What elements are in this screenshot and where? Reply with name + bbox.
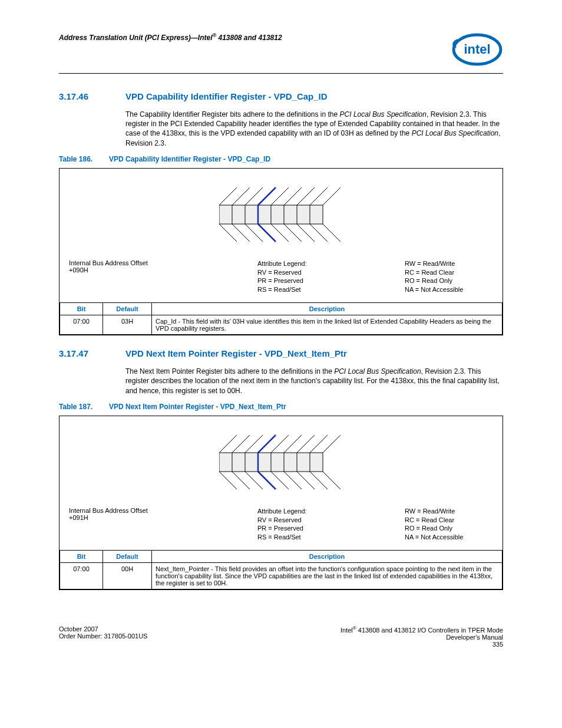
attribute-legend-left: Attribute Legend: RV = Reserved PR = Pre… xyxy=(257,259,334,294)
cell-description: Cap_Id - This field with its' 03H value … xyxy=(152,315,503,335)
svg-line-41 xyxy=(310,472,328,489)
svg-line-14 xyxy=(310,187,328,205)
footer-left: October 2007 Order Number: 317805-001US xyxy=(59,625,147,648)
table-caption-187: Table 187.VPD Next Item Pointer Register… xyxy=(59,403,503,411)
footer-right: Intel® 413808 and 413812 I/O Controllers… xyxy=(340,625,503,648)
section-title: VPD Next Item Pointer Register - VPD_Nex… xyxy=(125,348,347,358)
col-default: Default xyxy=(103,303,152,315)
running-header-suffix: 413808 and 413812 xyxy=(216,34,282,42)
intel-logo: intel xyxy=(451,32,503,68)
offset-info: Internal Bus Address Offset +090H xyxy=(69,259,187,294)
legend-row-1: Internal Bus Address Offset +090H Attrib… xyxy=(69,259,493,294)
col-default: Default xyxy=(103,551,152,563)
col-description: Description xyxy=(152,551,503,563)
cell-bit: 07:00 xyxy=(60,563,103,589)
table-caption-186: Table 186.VPD Capability Identifier Regi… xyxy=(59,155,503,163)
section-heading-2: 3.17.47 VPD Next Item Pointer Register -… xyxy=(59,348,503,358)
svg-line-16 xyxy=(323,187,340,205)
svg-line-15 xyxy=(310,224,328,242)
svg-line-42 xyxy=(323,435,340,453)
attribute-legend-left: Attribute Legend: RV = Reserved PR = Pre… xyxy=(257,507,334,542)
cell-default: 03H xyxy=(103,315,152,335)
register-diagram-1 xyxy=(69,183,493,248)
cell-default: 00H xyxy=(103,563,152,589)
register-box-186: Internal Bus Address Offset +090H Attrib… xyxy=(59,168,503,335)
svg-line-39 xyxy=(297,472,315,489)
cell-description: Next_Item_Pointer - This field provides … xyxy=(152,563,503,589)
svg-line-17 xyxy=(323,224,340,242)
section-title: VPD Capability Identifier Register - VPD… xyxy=(125,91,328,101)
col-description: Description xyxy=(152,303,503,315)
legend-row-2: Internal Bus Address Offset +091H Attrib… xyxy=(69,507,493,542)
section1-paragraph: The Capability Identifier Register bits … xyxy=(125,110,503,148)
svg-line-18 xyxy=(258,187,276,205)
table-header-row: Bit Default Description xyxy=(60,551,503,563)
section-number: 3.17.46 xyxy=(59,91,109,101)
svg-line-31 xyxy=(232,472,250,489)
svg-line-36 xyxy=(284,435,302,453)
table-row: 07:00 03H Cap_Id - This field with its' … xyxy=(60,315,503,335)
table-header-row: Bit Default Description xyxy=(60,303,503,315)
col-bit: Bit xyxy=(60,303,103,315)
svg-line-10 xyxy=(284,187,302,205)
svg-line-13 xyxy=(297,224,315,242)
attribute-legend-right: RW = Read/Write RC = Read Clear RO = Rea… xyxy=(405,259,493,294)
register-table-186: Bit Default Description 07:00 03H Cap_Id… xyxy=(59,302,503,335)
svg-line-43 xyxy=(323,472,340,489)
register-table-187: Bit Default Description 07:00 00H Next_I… xyxy=(59,550,503,589)
cell-bit: 07:00 xyxy=(60,315,103,335)
page: Address Translation Unit (PCI Express)—I… xyxy=(0,0,562,671)
running-header: Address Translation Unit (PCI Express)—I… xyxy=(59,32,282,42)
register-box-187: Internal Bus Address Offset +091H Attrib… xyxy=(59,416,503,590)
header-row: Address Translation Unit (PCI Express)—I… xyxy=(59,32,503,68)
page-footer: October 2007 Order Number: 317805-001US … xyxy=(59,625,503,648)
svg-line-5 xyxy=(232,224,250,242)
header-rule xyxy=(59,73,503,74)
svg-line-19 xyxy=(258,224,276,242)
attribute-legend-right: RW = Read/Write RC = Read Clear RO = Rea… xyxy=(405,507,493,542)
svg-line-38 xyxy=(297,435,315,453)
col-bit: Bit xyxy=(60,551,103,563)
section2-paragraph: The Next Item Pointer Register bits adhe… xyxy=(125,367,503,396)
svg-line-12 xyxy=(297,187,315,205)
svg-line-45 xyxy=(258,472,276,489)
svg-line-3 xyxy=(219,224,237,242)
offset-info: Internal Bus Address Offset +091H xyxy=(69,507,187,542)
register-diagram-2 xyxy=(69,430,493,495)
svg-line-28 xyxy=(219,435,237,453)
svg-line-40 xyxy=(310,435,328,453)
svg-line-37 xyxy=(284,472,302,489)
section-heading-1: 3.17.46 VPD Capability Identifier Regist… xyxy=(59,91,503,101)
svg-line-2 xyxy=(219,187,237,205)
svg-line-11 xyxy=(284,224,302,242)
svg-line-44 xyxy=(258,435,276,453)
svg-line-4 xyxy=(232,187,250,205)
table-row: 07:00 00H Next_Item_Pointer - This field… xyxy=(60,563,503,589)
section-number: 3.17.47 xyxy=(59,348,109,358)
svg-line-30 xyxy=(232,435,250,453)
svg-text:intel: intel xyxy=(464,42,490,57)
svg-line-29 xyxy=(219,472,237,489)
running-header-text: Address Translation Unit (PCI Express)—I… xyxy=(59,34,213,42)
